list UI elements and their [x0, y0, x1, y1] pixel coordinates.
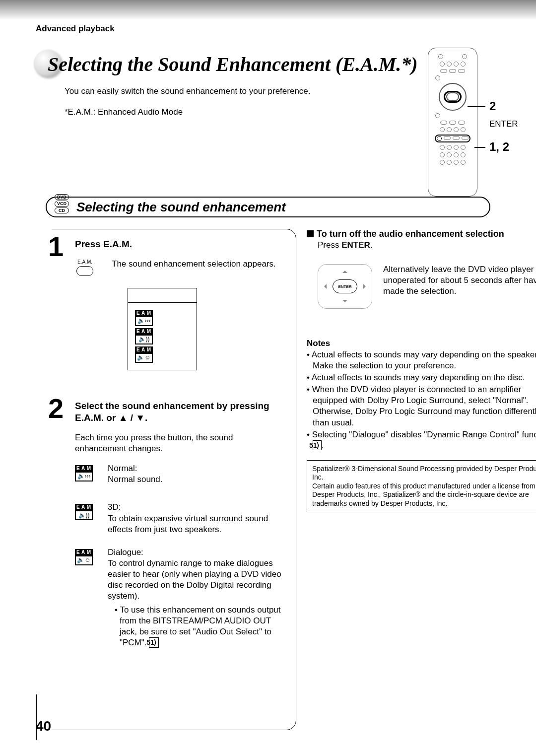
mode-3d: E A M🔈)) 3D: To obtain expansive virtual… — [75, 502, 285, 535]
callout-lead-2 — [468, 106, 485, 107]
mode-3d-title: 3D: — [108, 502, 121, 512]
step-1-heading: Press E.A.M. — [75, 238, 285, 251]
step-1-body: The sound enhancement selection appears. — [112, 259, 285, 276]
section-heading-bar: Selecting the sound enhancement — [46, 197, 490, 217]
page-ref-51a: 51 — [149, 637, 159, 647]
note-item: Actual effects to sounds may vary depend… — [307, 372, 536, 383]
page-ref-51b: 51 — [313, 440, 322, 450]
square-bullet-icon — [307, 230, 314, 237]
note-item: When the DVD video player is connected t… — [307, 384, 536, 428]
section-heading: Selecting the sound enhancement — [76, 200, 286, 215]
spatializer-legal-box: Spatializer® 3-Dimensional Sound Process… — [307, 460, 536, 513]
note-item: Actual effects to sounds may vary depend… — [307, 349, 536, 371]
turn-off-heading: To turn off the audio enhancement select… — [307, 229, 536, 239]
notes-list: Actual effects to sounds may vary depend… — [307, 349, 536, 451]
mode-normal: E A M🔈››› Normal: Normal sound. — [75, 463, 285, 485]
breadcrumb: Advanced playback — [36, 24, 115, 34]
enter-button-icon: ENTER — [333, 279, 357, 293]
mode-dialogue-title: Dialogue: — [108, 548, 143, 557]
callout-number-2: 2 — [489, 99, 496, 113]
osd-chip-normal: E A M🔈››› — [135, 310, 156, 326]
osd-chip-dialogue: E A M🔈☺ — [135, 346, 156, 363]
remote-diagram — [428, 48, 477, 197]
eam-footnote: *E.A.M.: Enhanced Audio Mode — [65, 107, 183, 117]
steps-panel: 1 Press E.A.M. E.A.M. The sound enhancem… — [46, 229, 296, 730]
eam-chip-3d-icon: E A M🔈)) — [75, 504, 96, 533]
page-subtitle: You can easily switch the sound enhancem… — [65, 86, 311, 96]
nav-pad-diagram: ENTER — [318, 264, 372, 309]
step-1-number: 1 — [48, 230, 64, 263]
step-2-body: Each time you press the button, the soun… — [75, 432, 285, 454]
mode-normal-title: Normal: — [108, 464, 137, 473]
mode-dialogue: E A M🔈☺ Dialogue: To control dynamic ran… — [75, 547, 285, 649]
eam-chip-dialogue-icon: E A M🔈☺ — [75, 549, 96, 647]
step-2: 2 Select the sound enhancement by pressi… — [51, 400, 285, 649]
note-item: Selecting "Dialogue" disables "Dynamic R… — [307, 429, 536, 451]
up-arrow-icon: ▲ — [119, 412, 128, 423]
right-column: To turn off the audio enhancement select… — [307, 229, 536, 512]
page-number: 40 — [36, 718, 51, 734]
eam-button-icon: E.A.M. — [75, 259, 95, 276]
page-title: Selecting the Sound Enhancement (E.A.M.*… — [48, 53, 418, 76]
enter-button-highlight — [444, 91, 462, 103]
osd-chip-3d: E A M🔈)) — [135, 328, 156, 344]
callout-lead-12 — [474, 147, 485, 148]
mode-normal-desc: Normal sound. — [108, 475, 163, 484]
step-1: 1 Press E.A.M. E.A.M. The sound enhancem… — [51, 238, 285, 370]
step-2-heading: Select the sound enhancement by pressing… — [75, 400, 285, 424]
alternative-text: Alternatively leave the DVD video player… — [383, 264, 536, 309]
eam-chip-normal-icon: E A M🔈››› — [75, 465, 96, 483]
callout-number-1-2: 1, 2 — [489, 140, 509, 154]
eam-button-row-highlight — [435, 135, 470, 142]
remote-dpad — [439, 83, 467, 111]
mode-dialogue-bullet: • To use this enhancement on sounds outp… — [115, 605, 285, 648]
mode-3d-desc: To obtain expansive virtual surround sou… — [108, 514, 268, 534]
press-enter-line: Press ENTER. — [318, 240, 536, 250]
top-gradient — [0, 0, 536, 20]
step-2-number: 2 — [48, 392, 64, 424]
osd-diagram: E A M🔈››› E A M🔈)) E A M🔈☺ — [128, 288, 197, 370]
callout-label-enter: ENTER — [489, 119, 518, 129]
notes-heading: Notes — [307, 339, 536, 348]
mode-dialogue-desc: To control dynamic range to make dialogu… — [108, 558, 281, 601]
eam-button-label: E.A.M. — [77, 259, 92, 265]
down-arrow-icon: ▼ — [135, 412, 145, 423]
